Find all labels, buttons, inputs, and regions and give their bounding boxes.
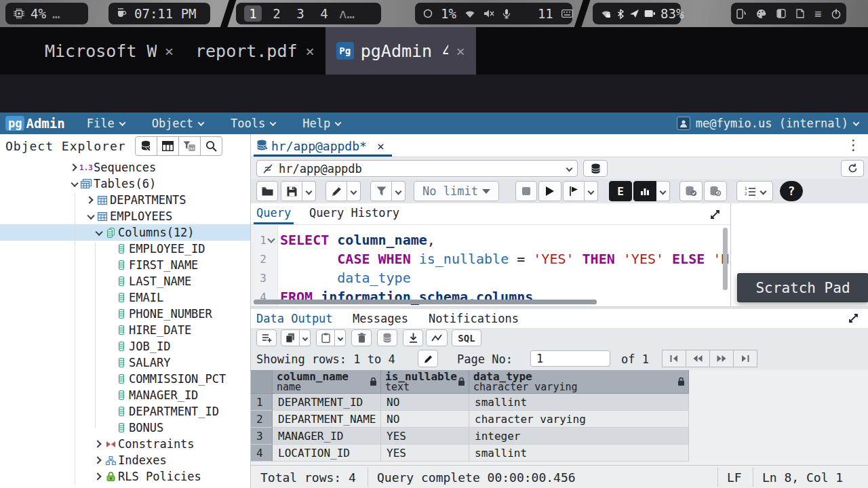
- open-file-button[interactable]: [256, 181, 278, 201]
- tree-item-employees[interactable]: EMPLOYEES: [0, 208, 251, 224]
- download-button[interactable]: [403, 329, 423, 346]
- workspace-4[interactable]: 4: [315, 5, 333, 22]
- quick-settings[interactable]: 1% 11: [415, 3, 572, 24]
- tree-item-manager-id[interactable]: MANAGER_ID: [0, 387, 251, 403]
- commit-button[interactable]: [679, 181, 703, 201]
- fold-chevron-icon[interactable]: [267, 235, 275, 243]
- explain-analyze-button[interactable]: [633, 181, 656, 201]
- tree-item-bonus[interactable]: BONUS: [0, 420, 251, 436]
- workspace-3[interactable]: 3: [292, 5, 309, 22]
- save-data-button[interactable]: [377, 329, 397, 346]
- add-row-button[interactable]: [256, 329, 277, 346]
- data-cell[interactable]: MANAGER_ID: [273, 428, 381, 445]
- tab-notifications[interactable]: Notifications: [429, 312, 519, 325]
- menu-item-tools[interactable]: Tools: [231, 117, 275, 130]
- filter-tree-button[interactable]: [178, 136, 201, 156]
- tree-item-employee-id[interactable]: EMPLOYEE_ID: [0, 241, 251, 257]
- save-options-chevron[interactable]: [302, 181, 316, 201]
- tree-item-rls-policies[interactable]: RLS Policies: [0, 468, 251, 485]
- expand-output-icon[interactable]: [848, 312, 859, 324]
- tree-item-sequences[interactable]: 1.3Sequences: [0, 159, 251, 176]
- close-tab-icon[interactable]: ×: [163, 43, 174, 60]
- tree-item-constraints[interactable]: Constraints: [0, 436, 251, 452]
- edit-range-button[interactable]: [418, 350, 438, 367]
- tree-item-hire-date[interactable]: HIRE_DATE: [0, 322, 251, 338]
- execute-options-button[interactable]: [563, 181, 585, 201]
- sql-button[interactable]: SQL: [452, 329, 481, 346]
- edit-options-chevron[interactable]: [347, 181, 361, 201]
- browser-tab[interactable]: report.pdf×: [184, 27, 326, 75]
- data-cell[interactable]: YES: [381, 428, 469, 445]
- menu-item-help[interactable]: Help: [302, 117, 340, 130]
- row-number-cell[interactable]: 4: [251, 445, 273, 462]
- data-cell[interactable]: NO: [381, 411, 469, 428]
- data-cell[interactable]: smallint: [469, 445, 689, 462]
- grid-column-header[interactable]: is_nullabletext: [381, 370, 469, 394]
- view-data-button[interactable]: [157, 136, 179, 156]
- menu-item-object[interactable]: Object: [152, 117, 203, 130]
- cpu-indicator[interactable]: 4% …: [5, 3, 88, 24]
- limit-selector[interactable]: No limit: [414, 181, 499, 201]
- last-page-button[interactable]: [733, 350, 757, 367]
- workspace-2[interactable]: 2: [268, 5, 285, 22]
- data-cell[interactable]: integer: [469, 428, 689, 445]
- tree-item-commission-pct[interactable]: COMMISSION_PCT: [0, 371, 251, 387]
- tab-query-history[interactable]: Query History: [309, 206, 399, 220]
- help-button[interactable]: ?: [780, 181, 803, 201]
- explain-button[interactable]: E: [609, 181, 632, 201]
- execute-button[interactable]: [538, 181, 561, 201]
- tree-item-job-id[interactable]: JOB_ID: [0, 338, 251, 354]
- user-menu[interactable]: me@fymio.us (internal): [677, 117, 859, 130]
- tree-item-departments[interactable]: DEPARTMENTS: [0, 192, 251, 208]
- first-page-button[interactable]: [662, 350, 686, 367]
- system-tray[interactable]: ≡: [731, 3, 846, 24]
- save-file-button[interactable]: [281, 181, 302, 201]
- close-tab-icon[interactable]: ×: [455, 43, 465, 60]
- workspace-switcher[interactable]: 1234ʌ…: [236, 3, 381, 24]
- chevron-right-icon[interactable]: [92, 441, 103, 447]
- page-number-input[interactable]: [530, 350, 610, 367]
- expand-editor-icon[interactable]: [709, 209, 721, 220]
- browser-tab[interactable]: Microsoft Wo×: [34, 27, 184, 75]
- next-page-button[interactable]: [709, 350, 734, 367]
- execute-chevron[interactable]: [585, 181, 598, 201]
- chevron-right-icon[interactable]: [92, 474, 103, 479]
- close-query-tab-icon[interactable]: ×: [377, 139, 384, 153]
- copy-button[interactable]: [281, 329, 300, 346]
- eol-indicator[interactable]: LF: [727, 470, 742, 485]
- paste-button[interactable]: [316, 329, 335, 346]
- tree-item-tables-6-[interactable]: Tables(6): [0, 176, 251, 192]
- data-cell[interactable]: LOCATION_ID: [273, 445, 381, 462]
- rollback-button[interactable]: [704, 181, 727, 201]
- tree-item-phone-number[interactable]: PHONE_NUMBER: [0, 306, 251, 322]
- row-number-cell[interactable]: 1: [251, 394, 273, 411]
- tree-item-last-name[interactable]: LAST_NAME: [0, 273, 251, 289]
- macros-button[interactable]: 12: [736, 181, 773, 201]
- tree-item-first-name[interactable]: FIRST_NAME: [0, 257, 251, 273]
- tab-data-output[interactable]: Data Output: [256, 312, 333, 325]
- tree-item-salary[interactable]: SALARY: [0, 354, 251, 371]
- connection-selector[interactable]: hr/app@appdb: [256, 160, 578, 177]
- tree-item-email[interactable]: EMAIL: [0, 289, 251, 306]
- refresh-tree-button[interactable]: [135, 136, 157, 156]
- delete-row-button[interactable]: [351, 329, 372, 346]
- data-cell[interactable]: smallint: [469, 394, 689, 411]
- chevron-down-icon[interactable]: [84, 214, 95, 219]
- chevron-right-icon[interactable]: [68, 165, 79, 170]
- edit-button[interactable]: [326, 181, 347, 201]
- data-cell[interactable]: NO: [381, 394, 469, 411]
- data-cell[interactable]: DEPARTMENT_NAME: [273, 411, 381, 428]
- panel-kebab-icon[interactable]: ⋮: [846, 137, 861, 153]
- new-connection-button[interactable]: [583, 160, 608, 177]
- editor-vscrollbar[interactable]: [723, 228, 728, 290]
- editor-hscrollbar[interactable]: [254, 300, 597, 304]
- reset-layout-button[interactable]: [841, 160, 864, 177]
- chevron-down-icon[interactable]: [92, 230, 103, 235]
- tab-query[interactable]: Query: [256, 206, 291, 220]
- grid-column-header[interactable]: column_namename: [273, 370, 381, 394]
- connectivity-battery[interactable]: 83%: [593, 3, 681, 24]
- close-tab-icon[interactable]: ×: [304, 43, 315, 60]
- explain-chevron[interactable]: [656, 181, 670, 201]
- query-tab-title[interactable]: hr/app@appdb*: [271, 139, 367, 153]
- filter-options-chevron[interactable]: [392, 181, 406, 201]
